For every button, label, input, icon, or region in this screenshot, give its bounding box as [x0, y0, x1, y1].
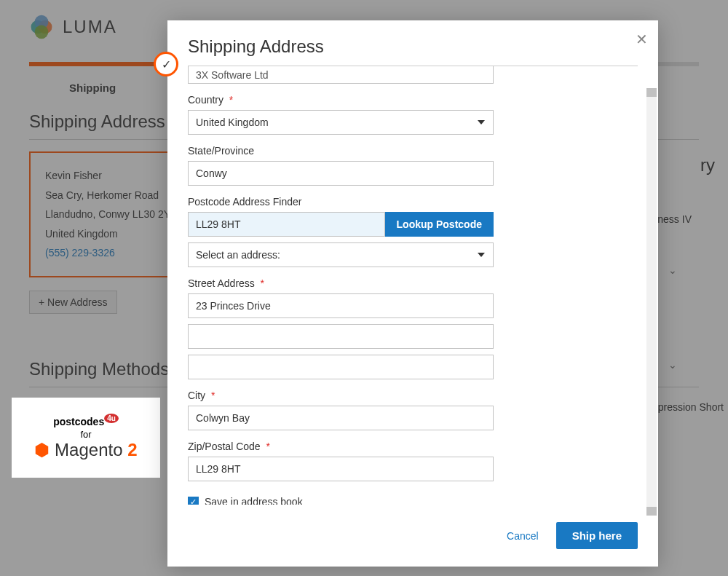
order-summary-title: ry: [700, 155, 715, 175]
city-label: City *: [188, 390, 638, 401]
pin-icon: 4u: [104, 414, 119, 423]
street-1-field[interactable]: [188, 293, 494, 318]
state-field[interactable]: [188, 161, 494, 186]
promo-badge: postcodes4u for ⬢ Magento 2: [12, 398, 160, 478]
country-select[interactable]: United Kingdom: [188, 110, 494, 135]
check-icon: ✓: [162, 58, 171, 71]
scrollbar-track[interactable]: [646, 88, 657, 516]
progress-node-shipping: ✓: [154, 52, 178, 76]
modal-body[interactable]: 3X Software Ltd Country * United Kingdom…: [167, 66, 658, 505]
lookup-postcode-button[interactable]: Lookup Postcode: [385, 212, 494, 237]
save-address-checkbox-row[interactable]: ✓ Save in address book: [188, 496, 638, 505]
zip-label: Zip/Postal Code *: [188, 441, 638, 452]
checkbox-checked-icon[interactable]: ✓: [188, 497, 199, 505]
cancel-button[interactable]: Cancel: [507, 530, 539, 542]
order-summary-item: mpression Short: [649, 401, 724, 413]
street-3-field[interactable]: [188, 355, 494, 379]
shipping-address-modal: ✕ Shipping Address 3X Software Ltd Count…: [167, 20, 658, 567]
scrollbar-down-icon[interactable]: [646, 507, 657, 516]
street-2-field[interactable]: [188, 324, 494, 349]
state-label: State/Province: [188, 145, 638, 157]
modal-title: Shipping Address: [167, 20, 658, 66]
ship-here-button[interactable]: Ship here: [556, 522, 638, 549]
street-label: Street Address *: [188, 277, 638, 289]
country-label: Country *: [188, 94, 638, 106]
modal-footer: Cancel Ship here: [167, 505, 658, 567]
save-address-label: Save in address book: [205, 496, 303, 505]
city-field[interactable]: [188, 406, 494, 430]
postcode-finder-input[interactable]: [188, 212, 385, 237]
close-icon[interactable]: ✕: [636, 31, 648, 48]
postcode-finder-label: Postcode Address Finder: [188, 196, 638, 208]
company-field[interactable]: 3X Software Ltd: [188, 66, 494, 84]
scrollbar-up-icon[interactable]: [646, 88, 657, 97]
order-summary-item: ness IV: [657, 213, 692, 225]
address-select[interactable]: Select an address:: [188, 242, 494, 267]
chevron-down-icon[interactable]: ⌄: [668, 359, 677, 371]
zip-field[interactable]: [188, 457, 494, 481]
chevron-down-icon[interactable]: ⌄: [668, 264, 677, 276]
